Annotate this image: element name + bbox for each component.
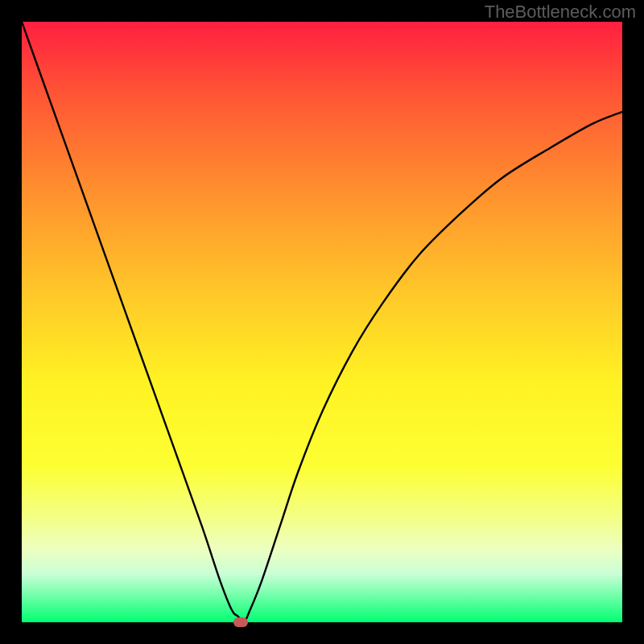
watermark-text: TheBottleneck.com: [485, 2, 636, 23]
curve-svg: [22, 22, 622, 622]
chart-container: TheBottleneck.com: [0, 0, 644, 644]
min-marker: [233, 617, 248, 627]
plot-area: [22, 22, 622, 622]
bottleneck-curve-path: [22, 22, 622, 622]
